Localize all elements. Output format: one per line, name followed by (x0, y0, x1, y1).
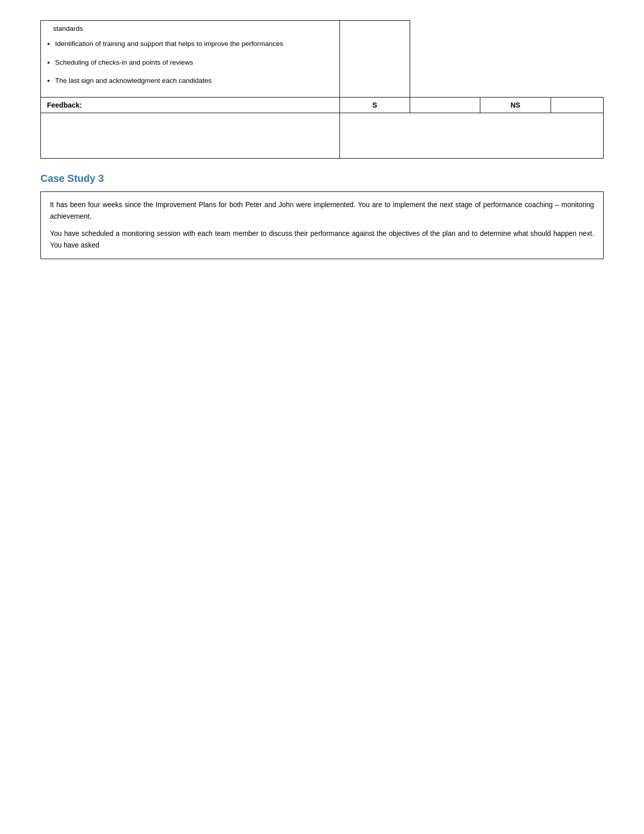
bullet-list-cell: standards Identification of training and… (41, 21, 340, 97)
feedback-label: Feedback: (41, 97, 340, 113)
page-container: standards Identification of training and… (40, 20, 604, 259)
list-item-3: The last sign and acknowledgment each ca… (55, 76, 334, 86)
bullet-list: Identification of training and support t… (46, 39, 334, 86)
list-item-1: Identification of training and support t… (55, 39, 334, 49)
content-row: standards Identification of training and… (41, 21, 604, 97)
empty-cell-left (41, 113, 340, 159)
list-item-2: Scheduling of checks-in and points of re… (55, 58, 334, 68)
feedback-spacer (410, 97, 480, 113)
feedback-row: Feedback: S NS (41, 97, 604, 113)
feedback-end (551, 97, 603, 113)
empty-feedback-row (41, 113, 604, 159)
main-table: standards Identification of training and… (40, 20, 604, 159)
case-study-heading: Case Study 3 (40, 173, 604, 184)
empty-cell-right (339, 113, 603, 159)
case-study-paragraph-1: It has been four weeks since the Improve… (50, 199, 594, 223)
case-study-paragraph-2: You have scheduled a monitoring session … (50, 228, 594, 252)
standards-text: standards (46, 24, 334, 34)
case-study-box: It has been four weeks since the Improve… (40, 191, 604, 259)
content-area-cell (339, 21, 410, 97)
feedback-ns: NS (480, 97, 551, 113)
feedback-s: S (339, 97, 410, 113)
